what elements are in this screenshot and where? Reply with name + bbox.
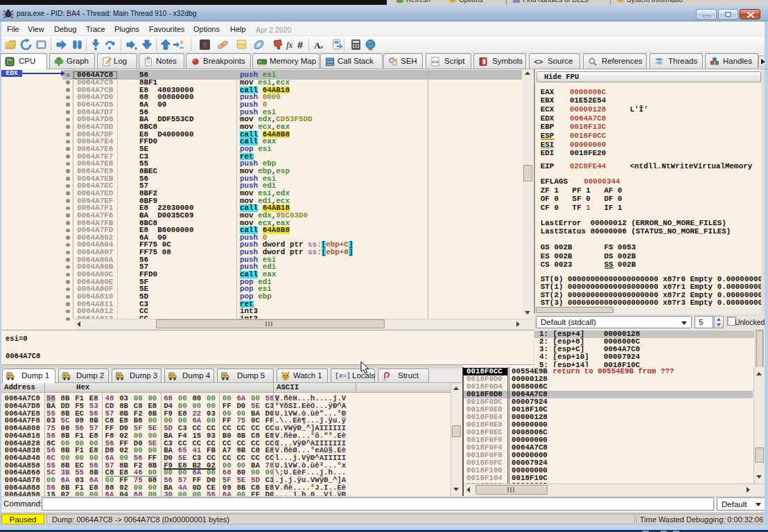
svg-text:<>: <> — [534, 57, 543, 66]
svg-text:32: 32 — [8, 60, 12, 64]
svg-text:S: S — [202, 40, 207, 50]
svg-text:a: a — [320, 43, 323, 50]
svg-text:fx: fx — [286, 39, 293, 50]
svg-text:<>: <> — [432, 59, 439, 65]
svg-text:#: # — [297, 39, 303, 51]
